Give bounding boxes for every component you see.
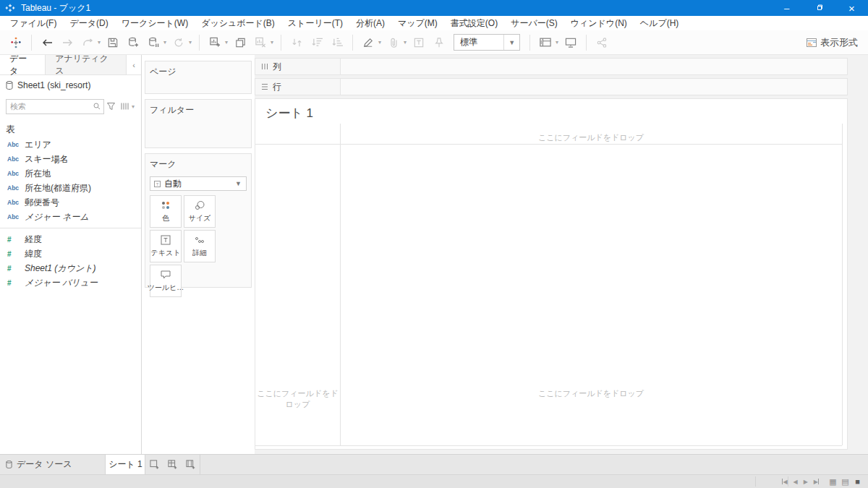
field-row[interactable]: #経度: [0, 232, 141, 247]
menu-file[interactable]: ファイル(F): [4, 17, 63, 30]
search-icon[interactable]: [90, 103, 103, 110]
field-row[interactable]: #Sheet1 (カウント): [0, 261, 141, 275]
size-button[interactable]: サイズ: [184, 195, 216, 228]
datasource-tab[interactable]: データ ソース: [0, 455, 82, 474]
menu-analysis[interactable]: 分析(A): [349, 17, 391, 30]
redo-button[interactable]: [59, 33, 76, 52]
share-button[interactable]: [593, 33, 610, 52]
clear-sheet-button[interactable]: [252, 33, 269, 52]
fit-dropdown[interactable]: 標準 ▼: [454, 34, 520, 51]
minimize-button[interactable]: –: [770, 0, 803, 16]
menu-help[interactable]: ヘルプ(H): [634, 17, 686, 30]
duplicate-button[interactable]: [231, 33, 249, 52]
menu-server[interactable]: サーバー(S): [504, 17, 564, 30]
detail-button[interactable]: 詳細: [184, 230, 216, 262]
tableau-home-button[interactable]: [7, 33, 25, 52]
drop-zone-rows[interactable]: ここにフィールドをドロップ: [255, 388, 340, 410]
datasource-connection[interactable]: Sheet1 (ski_resort): [0, 75, 141, 95]
menu-format[interactable]: 書式設定(O): [444, 17, 504, 30]
field-row[interactable]: Abc郵便番号: [0, 195, 141, 210]
dimension-abc-icon: Abc: [7, 199, 25, 206]
view-options-icon[interactable]: [118, 103, 132, 110]
nav-last-button[interactable]: ▶: [811, 479, 822, 485]
nav-prev-button[interactable]: ◀: [791, 479, 801, 485]
view-options-caret-icon[interactable]: ▾: [132, 103, 135, 110]
columns-shelf[interactable]: 列: [255, 58, 848, 75]
run-update-caret-icon[interactable]: ▾: [189, 39, 192, 46]
fix-axes-button[interactable]: [430, 33, 448, 52]
field-row[interactable]: Abcエリア: [0, 137, 141, 152]
presentation-mode-button[interactable]: [562, 33, 579, 52]
sort-ascending-button[interactable]: [308, 33, 326, 52]
field-row[interactable]: Abc所在地(都道府県): [0, 181, 141, 195]
menu-worksheet[interactable]: ワークシート(W): [115, 17, 195, 30]
field-row[interactable]: Abc所在地: [0, 166, 141, 181]
undo-button[interactable]: [38, 33, 56, 52]
replay-caret-icon[interactable]: ▾: [98, 39, 101, 46]
drop-zone-columns[interactable]: ここにフィールドをドロップ: [340, 132, 842, 143]
replay-button[interactable]: [79, 33, 96, 52]
tab-data[interactable]: データ: [0, 55, 45, 74]
drop-zone-body[interactable]: ここにフィールドをドロップ: [340, 388, 842, 399]
sheet1-tab[interactable]: シート 1: [105, 455, 145, 474]
show-me-button[interactable]: 表示形式: [807, 30, 858, 55]
new-worksheet-caret-icon[interactable]: ▾: [225, 39, 228, 46]
view-sheet-button[interactable]: ■: [851, 477, 864, 486]
filters-shelf[interactable]: フィルター: [145, 99, 252, 148]
pause-updates-caret-icon[interactable]: ▾: [163, 39, 166, 46]
menu-map[interactable]: マップ(M): [391, 17, 444, 30]
show-cards-icon: [540, 38, 551, 47]
new-datasource-button[interactable]: [124, 33, 142, 52]
field-row[interactable]: #緯度: [0, 247, 141, 261]
sort-descending-button[interactable]: [328, 33, 346, 52]
swap-axes-icon: [292, 38, 302, 48]
menu-data[interactable]: データ(D): [63, 17, 114, 30]
group-caret-icon[interactable]: ▾: [404, 39, 407, 46]
rows-shelf[interactable]: 行: [255, 78, 848, 95]
worksheet-canvas[interactable]: シート 1 ここにフィールドをドロップ ここにフィールドをドロップ ここにフィー…: [255, 98, 848, 450]
close-button[interactable]: ×: [835, 0, 868, 16]
nav-next-button[interactable]: ▶: [801, 479, 811, 485]
menu-window[interactable]: ウィンドウ(N): [564, 17, 634, 30]
mark-type-dropdown[interactable]: T 自動 ▼: [150, 176, 247, 191]
new-dashboard-tab-button[interactable]: [163, 455, 182, 474]
group-members-button[interactable]: [385, 33, 402, 52]
nav-first-button[interactable]: ◀: [779, 479, 790, 485]
show-mark-labels-button[interactable]: [410, 33, 427, 52]
highlight-caret-icon[interactable]: ▾: [378, 39, 381, 46]
tab-analytics[interactable]: アナリティクス: [45, 55, 127, 74]
save-button[interactable]: [104, 33, 122, 52]
view-sheet-icon: ■: [855, 477, 860, 486]
filter-fields-icon[interactable]: [104, 103, 118, 110]
pages-shelf[interactable]: ページ: [145, 61, 252, 94]
mark-type-caret-icon[interactable]: ▼: [235, 180, 246, 187]
new-worksheet-tab-button[interactable]: [145, 455, 163, 474]
fit-caret-icon[interactable]: ▼: [503, 35, 519, 50]
restore-button[interactable]: [803, 0, 835, 16]
show-cards-caret-icon[interactable]: ▾: [556, 39, 558, 46]
tooltip-icon: [160, 270, 171, 280]
new-story-tab-button[interactable]: [182, 455, 200, 474]
run-update-button[interactable]: [170, 33, 187, 52]
field-label: メジャー バリュー: [25, 277, 98, 289]
text-button[interactable]: テキスト: [150, 230, 182, 262]
collapse-pane-button[interactable]: ‹: [127, 55, 141, 74]
highlight-button[interactable]: [359, 33, 377, 52]
view-grid-button[interactable]: ▦: [827, 477, 839, 487]
tooltip-button[interactable]: ツールヒ…: [150, 265, 182, 297]
color-button[interactable]: 色: [150, 195, 182, 228]
field-row[interactable]: #メジャー バリュー: [0, 275, 141, 290]
tableau-logo-icon: [5, 3, 15, 13]
field-row[interactable]: Abcスキー場名: [0, 152, 141, 166]
show-hide-cards-button[interactable]: [537, 33, 554, 52]
menu-dashboard[interactable]: ダッシュボード(B): [195, 17, 281, 30]
new-worksheet-button[interactable]: [206, 33, 224, 52]
field-row[interactable]: Abcメジャー ネーム: [0, 210, 141, 224]
clear-sheet-caret-icon[interactable]: ▾: [271, 39, 273, 46]
menu-story[interactable]: ストーリー(T): [281, 17, 349, 30]
swap-axes-button[interactable]: [288, 33, 305, 52]
pause-updates-button[interactable]: [145, 33, 162, 52]
search-input[interactable]: [7, 102, 90, 111]
view-filmstrip-button[interactable]: ▤: [839, 477, 851, 487]
restore-icon: [816, 4, 823, 12]
